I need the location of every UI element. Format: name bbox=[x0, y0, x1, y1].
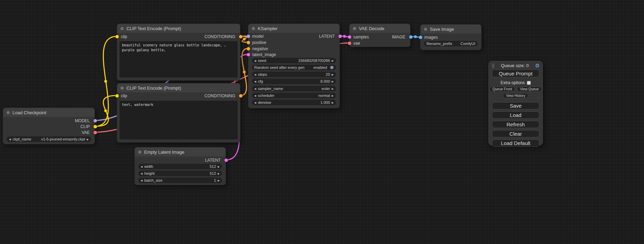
input-port-latent-image[interactable] bbox=[247, 53, 250, 56]
increment-arrow-icon[interactable]: ▶ bbox=[87, 138, 89, 141]
increment-arrow-icon[interactable]: ▶ bbox=[332, 101, 334, 104]
node-title-bar[interactable]: CLIP Text Encode (Prompt) bbox=[117, 24, 240, 33]
widget-value: normal bbox=[318, 93, 330, 98]
increment-arrow-icon[interactable]: ▶ bbox=[332, 88, 334, 90]
view-queue-button[interactable]: View Queue bbox=[517, 87, 542, 92]
prompt-textarea[interactable]: text, watermark bbox=[120, 101, 238, 139]
increment-arrow-icon[interactable]: ▶ bbox=[332, 80, 334, 83]
prompt-textarea[interactable]: beautiful scenery nature glass bottle la… bbox=[120, 41, 238, 78]
save-button[interactable]: Save bbox=[492, 102, 539, 109]
output-port-latent[interactable] bbox=[338, 35, 342, 38]
node-clip-text-encode-negative[interactable]: CLIP Text Encode (Prompt) clip CONDITION… bbox=[117, 83, 240, 143]
output-port-conditioning[interactable] bbox=[239, 35, 242, 38]
increment-arrow-icon[interactable]: ▶ bbox=[332, 94, 334, 97]
decrement-arrow-icon[interactable]: ◀ bbox=[254, 73, 256, 76]
node-title-bar[interactable]: Save Image bbox=[421, 25, 481, 34]
node-title-bar[interactable]: KSampler bbox=[248, 24, 339, 33]
output-label-model: MODEL bbox=[75, 118, 90, 123]
input-port-clip[interactable] bbox=[115, 35, 119, 38]
collapse-dot-icon[interactable] bbox=[353, 27, 356, 30]
widget-sampler-name[interactable]: ◀ sampler_name euler ▶ bbox=[252, 86, 336, 91]
decrement-arrow-icon[interactable]: ◀ bbox=[254, 80, 256, 83]
widget-value: 1 bbox=[214, 178, 216, 182]
increment-arrow-icon[interactable]: ▶ bbox=[332, 60, 334, 62]
widget-random-seed-toggle[interactable]: Random seed after every gen enabled bbox=[252, 65, 336, 70]
increment-arrow-icon[interactable]: ▶ bbox=[218, 165, 220, 168]
clear-button[interactable]: Clear bbox=[492, 130, 539, 137]
input-port-negative[interactable] bbox=[247, 47, 250, 51]
widget-ckpt-name[interactable]: ◀ ckpt_name v1-5-pruned-emaonly.ckpt ▶ bbox=[7, 136, 91, 142]
collapse-dot-icon[interactable] bbox=[138, 151, 141, 154]
decrement-arrow-icon[interactable]: ◀ bbox=[141, 165, 142, 168]
output-label-conditioning: CONDITIONING bbox=[204, 34, 235, 39]
queue-panel-header[interactable]: ⣿ Queue size: 0 ⚙ bbox=[489, 61, 542, 69]
input-port-images[interactable] bbox=[419, 36, 422, 39]
increment-arrow-icon[interactable]: ▶ bbox=[218, 179, 220, 182]
collapse-dot-icon[interactable] bbox=[121, 27, 124, 30]
output-port-latent[interactable] bbox=[224, 159, 228, 162]
widget-height[interactable]: ◀ height 512 ▶ bbox=[138, 171, 222, 176]
decrement-arrow-icon[interactable]: ◀ bbox=[254, 60, 256, 62]
widget-width[interactable]: ◀ width 512 ▶ bbox=[138, 164, 222, 169]
node-title-bar[interactable]: CLIP Text Encode (Prompt) bbox=[117, 83, 240, 92]
node-load-checkpoint[interactable]: Load Checkpoint MODEL CLIP VAE ◀ ckpt_na… bbox=[3, 108, 95, 144]
decrement-arrow-icon[interactable]: ◀ bbox=[254, 101, 256, 104]
view-history-button[interactable]: View History bbox=[503, 93, 528, 98]
input-label-positive: positive bbox=[252, 40, 266, 45]
widget-filename-prefix[interactable]: filename_prefix ComfyUI bbox=[424, 41, 478, 46]
node-clip-text-encode-positive[interactable]: CLIP Text Encode (Prompt) clip CONDITION… bbox=[117, 24, 240, 81]
load-default-button[interactable]: Load Default bbox=[492, 139, 539, 147]
decrement-arrow-icon[interactable]: ◀ bbox=[141, 179, 142, 182]
view-history-row: View History bbox=[489, 93, 542, 98]
widget-batch-size[interactable]: ◀ batch_size 1 ▶ bbox=[138, 178, 222, 183]
output-port-image[interactable] bbox=[409, 35, 413, 39]
widget-value: 8.000 bbox=[320, 79, 330, 83]
node-save-image[interactable]: Save Image images filename_prefix ComfyU… bbox=[420, 24, 482, 50]
output-port-clip[interactable] bbox=[94, 125, 97, 128]
increment-arrow-icon[interactable]: ▶ bbox=[332, 73, 334, 76]
increment-arrow-icon[interactable]: ▶ bbox=[218, 172, 220, 175]
collapse-dot-icon[interactable] bbox=[424, 28, 427, 31]
widget-steps[interactable]: ◀ steps 20 ▶ bbox=[252, 72, 336, 77]
queue-front-button[interactable]: Queue Front bbox=[489, 87, 515, 92]
output-port-conditioning[interactable] bbox=[239, 94, 242, 98]
drag-handle-icon[interactable]: ⣿ bbox=[492, 64, 495, 68]
output-port-vae[interactable] bbox=[94, 131, 97, 134]
input-label-clip: clip bbox=[121, 34, 127, 39]
output-port-model[interactable] bbox=[94, 119, 97, 123]
queue-prompt-button[interactable]: Queue Prompt bbox=[492, 70, 539, 77]
input-port-model[interactable] bbox=[247, 35, 250, 38]
input-port-positive[interactable] bbox=[247, 41, 250, 44]
output-label-conditioning: CONDITIONING bbox=[204, 93, 235, 98]
widget-label: scheduler bbox=[258, 93, 274, 98]
collapse-dot-icon[interactable] bbox=[7, 111, 10, 114]
widget-scheduler[interactable]: ◀ scheduler normal ▶ bbox=[252, 93, 336, 98]
node-vae-decode[interactable]: VAE Decode samples vae IMAGE bbox=[349, 24, 411, 47]
decrement-arrow-icon[interactable]: ◀ bbox=[254, 94, 256, 97]
widget-seed[interactable]: ◀ seed 156680208700286 ▶ bbox=[252, 58, 336, 63]
decrement-arrow-icon[interactable]: ◀ bbox=[254, 88, 256, 90]
node-ksampler[interactable]: KSampler model positive negative latent_… bbox=[248, 24, 340, 108]
node-title-bar[interactable]: Empty Latent Image bbox=[135, 147, 226, 156]
node-graph-canvas[interactable]: { "icons": { "arrow_left": "◀", "arrow_r… bbox=[0, 0, 644, 244]
node-empty-latent-image[interactable]: Empty Latent Image LATENT ◀ width 512 ▶ … bbox=[134, 147, 226, 185]
refresh-button[interactable]: Refresh bbox=[492, 121, 539, 128]
extra-options-checkbox[interactable] bbox=[527, 81, 531, 85]
collapse-dot-icon[interactable] bbox=[121, 87, 124, 90]
widget-label: denoise bbox=[258, 100, 271, 105]
widget-denoise[interactable]: ◀ denoise 1.000 ▶ bbox=[252, 100, 336, 105]
input-port-vae[interactable] bbox=[348, 42, 351, 45]
decrement-arrow-icon[interactable]: ◀ bbox=[9, 138, 11, 141]
output-label-latent: LATENT bbox=[205, 158, 221, 163]
node-title-bar[interactable]: VAE Decode bbox=[350, 24, 410, 33]
output-label-vae: VAE bbox=[82, 130, 90, 135]
toggle-dot-icon[interactable] bbox=[330, 66, 334, 69]
node-title-bar[interactable]: Load Checkpoint bbox=[3, 108, 95, 117]
widget-cfg[interactable]: ◀ cfg 8.000 ▶ bbox=[252, 79, 336, 84]
decrement-arrow-icon[interactable]: ◀ bbox=[141, 172, 142, 175]
collapse-dot-icon[interactable] bbox=[252, 27, 255, 30]
input-port-clip[interactable] bbox=[115, 94, 119, 98]
load-button[interactable]: Load bbox=[492, 111, 539, 119]
input-port-samples[interactable] bbox=[348, 35, 351, 39]
settings-gear-icon[interactable]: ⚙ bbox=[535, 63, 540, 68]
